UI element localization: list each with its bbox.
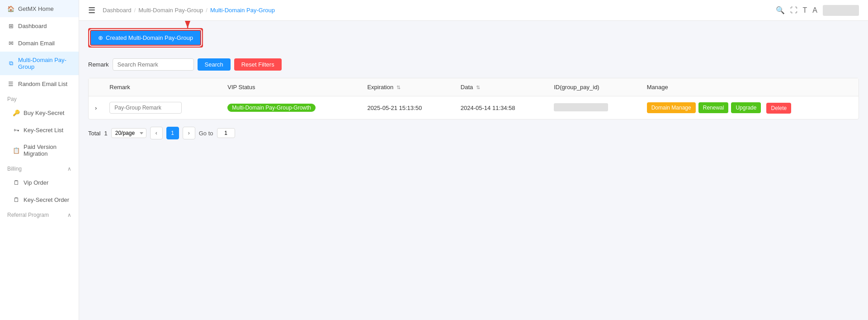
search-icon[interactable]: 🔍 [776, 6, 785, 14]
upgrade-button[interactable]: Upgrade [731, 102, 761, 113]
sidebar-item-multi-domain-pay-group[interactable]: ⧉ Multi-Domain Pay-Group [0, 52, 79, 75]
manage-col-header: Manage [641, 78, 859, 96]
breadcrumb-multi-domain[interactable]: Multi-Domain Pay-Group [138, 7, 203, 14]
remark-search-input[interactable] [113, 58, 194, 71]
layers-icon: ⧉ [7, 60, 14, 67]
total-count: 1 [104, 130, 107, 137]
vip-status-badge: Multi-Domain Pay-Group-Growth [227, 104, 316, 112]
sidebar-group-billing: Billing ∧ [0, 162, 79, 174]
content-area: ⊕ Created Multi-Domain Pay-Group Remark … [79, 21, 868, 320]
remark-filter-label: Remark [88, 61, 109, 68]
breadcrumb-current: Multi-Domain Pay-Group [210, 7, 275, 14]
table-row: › Multi-Domain Pay-Group-Growth 2025-05-… [89, 96, 859, 119]
expand-icon[interactable]: ⛶ [790, 6, 797, 14]
data-col-header[interactable]: Data ⇅ [454, 78, 547, 96]
key-list-icon: 🗝 [13, 126, 20, 134]
create-button-wrapper: ⊕ Created Multi-Domain Pay-Group [88, 28, 203, 48]
id-cell [547, 96, 640, 119]
search-button[interactable]: Search [198, 58, 231, 71]
goto-page-input[interactable] [217, 128, 235, 138]
list-icon: ☰ [7, 80, 14, 87]
manage-cell: Domain Manage Renewal Upgrade Delete [641, 96, 859, 119]
translate-icon[interactable]: A [812, 6, 817, 14]
id-col-header: ID(group_pay_id) [547, 78, 640, 96]
plus-circle-icon: ⊕ [98, 34, 103, 41]
create-multi-domain-pay-group-button[interactable]: ⊕ Created Multi-Domain Pay-Group [90, 30, 201, 46]
data-cell: 2024-05-14 11:34:58 [454, 96, 547, 119]
vip-icon: 🗒 [13, 179, 20, 186]
sidebar-item-domain-email[interactable]: ✉ Domain Email [0, 34, 79, 52]
sidebar-item-vip-order[interactable]: 🗒 Vip Order [0, 174, 79, 191]
vip-status-cell: Multi-Domain Pay-Group-Growth [221, 96, 361, 119]
manage-buttons: Domain Manage Renewal Upgrade Delete [647, 102, 852, 114]
sidebar-item-random-email-list[interactable]: ☰ Random Email List [0, 75, 79, 92]
delete-button[interactable]: Delete [766, 103, 791, 114]
header-actions: 🔍 ⛶ T A [776, 5, 859, 16]
id-value-placeholder [554, 103, 608, 111]
data-table: Remark VIP Status Expiration ⇅ Data ⇅ ID… [89, 78, 859, 119]
remark-cell [103, 96, 221, 119]
expiration-col-header[interactable]: Expiration ⇅ [361, 78, 454, 96]
breadcrumb: Dashboard / Multi-Domain Pay-Group / Mul… [103, 7, 275, 14]
breadcrumb-dashboard[interactable]: Dashboard [103, 7, 132, 14]
data-table-container: Remark VIP Status Expiration ⇅ Data ⇅ ID… [88, 78, 859, 119]
expand-col-header [89, 78, 103, 96]
per-page-select[interactable]: 10/page20/page50/page [111, 128, 146, 138]
reset-filters-button[interactable]: Reset Filters [234, 58, 282, 71]
total-label: Total [88, 130, 100, 137]
sidebar-item-getmx-home[interactable]: 🏠 GetMX Home [0, 0, 79, 17]
expiration-sort-icon: ⇅ [396, 85, 401, 90]
filter-bar: Remark Search Reset Filters [88, 58, 859, 71]
table-header-row: Remark VIP Status Expiration ⇅ Data ⇅ ID… [89, 78, 859, 96]
home-icon: 🏠 [7, 5, 14, 12]
referral-chevron-icon: ∧ [67, 212, 71, 218]
sidebar-group-referral: Referral Program ∧ [0, 208, 79, 220]
row-expand-cell[interactable]: › [89, 96, 103, 119]
dashboard-icon: ⊞ [7, 22, 14, 29]
goto-label: Go to [199, 130, 213, 137]
sidebar-item-paid-version-migration[interactable]: 📋 Paid Version Migration [0, 139, 79, 162]
remark-col-header: Remark [103, 78, 221, 96]
main-content: ☰ Dashboard / Multi-Domain Pay-Group / M… [79, 0, 868, 320]
next-page-button[interactable]: › [183, 127, 195, 139]
sidebar: 🏠 GetMX Home ⊞ Dashboard ✉ Domain Email … [0, 0, 79, 320]
sidebar-item-key-secret-order[interactable]: 🗒 Key-Secret Order [0, 191, 79, 208]
font-icon[interactable]: T [803, 6, 807, 14]
page-1-button[interactable]: 1 [166, 127, 179, 139]
migration-icon: 📋 [13, 147, 20, 154]
sidebar-item-buy-key-secret[interactable]: 🔑 Buy Key-Secret [0, 104, 79, 121]
expiration-cell: 2025-05-21 15:13:50 [361, 96, 454, 119]
order-icon: 🗒 [13, 196, 20, 203]
header: ☰ Dashboard / Multi-Domain Pay-Group / M… [79, 0, 868, 21]
domain-manage-button[interactable]: Domain Manage [647, 102, 696, 113]
key-icon: 🔑 [13, 109, 20, 116]
sidebar-group-pay: Pay [0, 92, 79, 104]
remark-input[interactable] [109, 102, 182, 114]
menu-icon[interactable]: ☰ [88, 5, 95, 15]
pagination: Total 1 10/page20/page50/page ‹ 1 › Go t… [88, 127, 859, 139]
email-icon: ✉ [7, 39, 14, 47]
vip-status-col-header: VIP Status [221, 78, 361, 96]
billing-chevron-icon: ∧ [67, 166, 71, 172]
prev-page-button[interactable]: ‹ [150, 127, 163, 139]
avatar[interactable] [823, 5, 859, 16]
renewal-button[interactable]: Renewal [698, 102, 729, 113]
data-sort-icon: ⇅ [476, 85, 480, 90]
sidebar-item-key-secret-list[interactable]: 🗝 Key-Secret List [0, 121, 79, 139]
sidebar-item-dashboard[interactable]: ⊞ Dashboard [0, 17, 79, 34]
